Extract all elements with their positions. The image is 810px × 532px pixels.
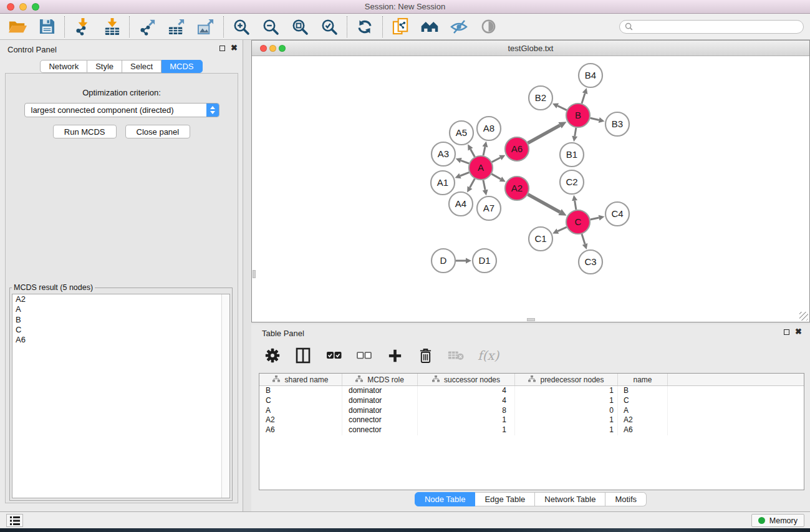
network-node-D1[interactable]: D1 xyxy=(473,249,496,273)
network-node-B4[interactable]: B4 xyxy=(579,64,602,87)
network-node-C1[interactable]: C1 xyxy=(529,227,552,251)
zoom-window-button[interactable] xyxy=(32,3,39,11)
export-table-icon[interactable] xyxy=(167,17,186,36)
network-node-A[interactable]: A xyxy=(469,156,493,180)
close-table-panel-icon[interactable]: ✖ xyxy=(795,329,802,335)
zoom-in-icon[interactable] xyxy=(232,17,251,36)
network-node-C[interactable]: C xyxy=(566,210,590,234)
network-node-A4[interactable]: A4 xyxy=(449,192,473,216)
eye-icon[interactable] xyxy=(479,17,498,36)
result-item[interactable]: A xyxy=(12,304,229,314)
network-node-B1[interactable]: B1 xyxy=(560,143,584,167)
edge-A-A7[interactable] xyxy=(483,180,485,190)
network-node-A6[interactable]: A6 xyxy=(505,137,529,161)
export-image-icon[interactable] xyxy=(196,17,215,36)
edge-A-A1[interactable] xyxy=(460,172,469,176)
close-window-button[interactable] xyxy=(7,3,14,11)
table-row[interactable]: Bdominator41B xyxy=(259,386,804,396)
column-header-name[interactable]: name xyxy=(618,374,668,385)
edge-C-C4[interactable] xyxy=(591,218,599,220)
minimize-window-button[interactable] xyxy=(19,3,27,11)
table-row[interactable]: A2connector11A2 xyxy=(259,415,804,425)
minimize-view-button[interactable] xyxy=(269,45,276,52)
float-table-panel-icon[interactable] xyxy=(784,329,789,335)
edge-C-C3[interactable] xyxy=(582,234,585,244)
unselect-all-icon[interactable] xyxy=(355,347,373,364)
network-node-A1[interactable]: A1 xyxy=(431,171,455,195)
clone-network-icon[interactable] xyxy=(391,17,410,36)
network-node-B3[interactable]: B3 xyxy=(605,112,629,136)
float-panel-icon[interactable] xyxy=(219,46,225,51)
tab-network-table[interactable]: Network Table xyxy=(535,492,605,506)
network-node-A5[interactable]: A5 xyxy=(450,121,473,145)
table-row[interactable]: Adominator80A xyxy=(259,406,804,416)
tab-select[interactable]: Select xyxy=(122,60,162,73)
result-item[interactable]: C xyxy=(12,325,229,335)
column-header-successor-nodes[interactable]: successor nodes xyxy=(418,374,515,385)
result-item[interactable]: B xyxy=(12,315,229,325)
refresh-icon[interactable] xyxy=(355,17,374,36)
zoom-view-button[interactable] xyxy=(279,45,286,52)
gear-icon[interactable] xyxy=(264,347,281,364)
edge-A6-B[interactable] xyxy=(528,125,561,143)
tab-network[interactable]: Network xyxy=(40,60,87,73)
result-item[interactable]: A6 xyxy=(12,335,229,345)
edge-B-B4[interactable] xyxy=(582,94,585,104)
table-row[interactable]: Cdominator41C xyxy=(259,396,804,406)
edge-C-C2[interactable] xyxy=(575,201,576,210)
network-node-D[interactable]: D xyxy=(432,249,455,273)
network-node-C2[interactable]: C2 xyxy=(560,170,584,194)
home-icon[interactable] xyxy=(420,17,439,36)
column-visibility-icon[interactable] xyxy=(294,347,312,364)
zoom-selected-icon[interactable] xyxy=(320,17,339,36)
network-node-B[interactable]: B xyxy=(566,104,590,127)
tab-motifs[interactable]: Motifs xyxy=(605,492,647,506)
column-header-predecessor-nodes[interactable]: predecessor nodes xyxy=(515,374,618,385)
horizontal-scrollbar[interactable] xyxy=(527,318,535,321)
run-mcds-button[interactable]: Run MCDS xyxy=(53,125,117,138)
edge-A-A3[interactable] xyxy=(461,160,469,163)
delete-column-icon[interactable] xyxy=(417,347,434,364)
import-network-icon[interactable] xyxy=(73,17,92,36)
edge-A-A6[interactable] xyxy=(492,158,501,162)
open-file-icon[interactable] xyxy=(8,17,27,36)
edge-A-A4[interactable] xyxy=(470,179,475,188)
eye-slash-icon[interactable] xyxy=(450,17,468,36)
tab-node-table[interactable]: Node Table xyxy=(415,492,476,506)
close-panel-button[interactable]: Close panel xyxy=(125,125,191,138)
select-all-icon[interactable] xyxy=(325,347,342,364)
edge-A-A2[interactable] xyxy=(491,174,501,179)
tab-style[interactable]: Style xyxy=(87,60,122,73)
network-window-titlebar[interactable]: testGlobe.txt xyxy=(252,41,809,56)
network-node-A2[interactable]: A2 xyxy=(505,177,529,200)
memory-button[interactable]: Memory xyxy=(751,514,804,527)
table-row[interactable]: A6connector11A6 xyxy=(259,425,804,435)
result-item[interactable]: A2 xyxy=(12,294,229,304)
search-box[interactable] xyxy=(619,20,804,34)
column-header-shared-name[interactable]: shared name xyxy=(259,374,342,385)
export-network-icon[interactable] xyxy=(138,17,157,36)
network-node-C3[interactable]: C3 xyxy=(579,250,602,274)
network-canvas[interactable]: B4B2BB3A8A5A6A3B1AC2A1A2A4A7C4CC1DD1C3 xyxy=(253,57,809,321)
tab-mcds[interactable]: MCDS xyxy=(162,60,202,73)
search-input[interactable] xyxy=(636,22,798,31)
tab-edge-table[interactable]: Edge Table xyxy=(475,492,535,506)
mcds-result-list[interactable]: A2ABCA6 xyxy=(12,294,230,498)
task-history-button[interactable] xyxy=(6,514,23,527)
edge-A-A5[interactable] xyxy=(471,149,475,157)
edge-B-B3[interactable] xyxy=(591,118,599,120)
edge-B-B2[interactable] xyxy=(557,106,567,110)
result-scrollbar[interactable] xyxy=(221,294,229,498)
vertical-scrollbar[interactable] xyxy=(253,270,256,278)
resize-grip[interactable] xyxy=(799,312,808,321)
add-column-icon[interactable] xyxy=(386,347,403,364)
network-node-A7[interactable]: A7 xyxy=(477,196,501,220)
network-node-A3[interactable]: A3 xyxy=(432,142,455,166)
edge-B-B1[interactable] xyxy=(575,128,576,137)
network-node-B2[interactable]: B2 xyxy=(529,86,552,110)
zoom-out-icon[interactable] xyxy=(261,17,280,36)
column-header-mcds-role[interactable]: MCDS role xyxy=(342,374,418,385)
edge-A2-C[interactable] xyxy=(528,195,561,212)
edge-A-A8[interactable] xyxy=(483,147,485,155)
save-session-icon[interactable] xyxy=(37,17,56,36)
